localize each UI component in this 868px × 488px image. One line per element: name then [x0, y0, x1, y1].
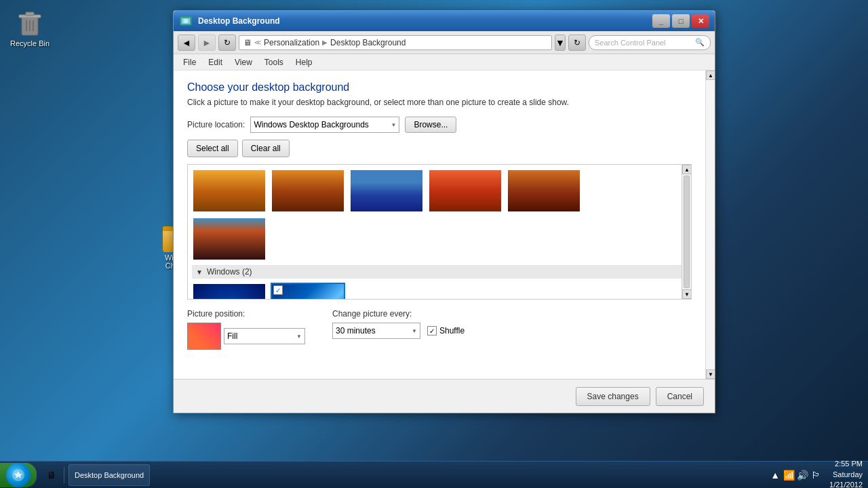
wallpaper-thumb-6[interactable] [192, 217, 267, 261]
options-row: Picture position: Fill ▼ Chang [187, 309, 692, 350]
location-dropdown[interactable]: Windows Desktop Backgrounds ▼ [250, 117, 399, 133]
save-changes-button[interactable]: Save changes [576, 387, 650, 406]
forward-button[interactable]: ► [198, 35, 216, 51]
wallpaper-thumb-1[interactable] [192, 169, 267, 213]
clock-time: 2:55 PM [829, 459, 863, 469]
position-dropdown-arrow: ▼ [296, 333, 302, 340]
taskbar-item-desktop-bg[interactable]: Desktop Background [68, 464, 150, 486]
position-section: Picture position: Fill ▼ [187, 309, 305, 350]
breadcrumb: 🖥 ≪ Personalization ▶ Desktop Background [243, 38, 406, 47]
selected-checkmark: ✓ [273, 285, 283, 295]
change-label: Change picture every: [332, 309, 465, 319]
interval-value: 30 minutes [336, 326, 376, 336]
wallpaper-thumb-win2[interactable]: ✓ [271, 283, 345, 300]
show-desktop-icon[interactable]: 🖥 [43, 467, 60, 483]
address-bar: ◄ ► ↻ 🖥 ≪ Personalization ▶ Desktop Back… [174, 31, 715, 54]
breadcrumb-desktop-background[interactable]: Desktop Background [330, 38, 406, 47]
wallpaper-thumb-3[interactable] [349, 169, 424, 213]
section-collapse-arrow[interactable]: ▼ [196, 268, 203, 276]
wallpaper-scrollbar: ▲ ▼ [682, 165, 691, 299]
wallpaper-thumb-4[interactable] [428, 169, 502, 213]
menu-file[interactable]: File [178, 56, 201, 68]
wallpaper-thumb-5[interactable] [507, 169, 581, 213]
interval-dropdown[interactable]: 30 minutes ▼ [332, 323, 420, 339]
scroll-up-arrow[interactable]: ▲ [682, 165, 692, 174]
address-refresh-button[interactable]: ↻ [568, 35, 586, 51]
search-placeholder: Search Control Panel [595, 39, 666, 47]
content-area: Choose your desktop background Click a p… [174, 70, 715, 379]
start-button[interactable] [0, 463, 37, 487]
search-icon: 🔍 [695, 38, 705, 47]
shuffle-option[interactable]: ✓ Shuffle [427, 326, 465, 336]
shuffle-checkbox[interactable]: ✓ [427, 326, 437, 336]
menu-tools[interactable]: Tools [259, 56, 289, 68]
location-row: Picture location: Windows Desktop Backgr… [187, 117, 692, 133]
menu-view[interactable]: View [229, 56, 258, 68]
tray-icons: ▲ 📶 🔊 🏳 [770, 470, 821, 481]
tray-volume-icon[interactable]: 🔊 [797, 470, 808, 481]
wallpaper-row-2 [192, 217, 687, 261]
right-scroll-down[interactable]: ▼ [706, 369, 715, 379]
change-row: 30 minutes ▼ ✓ Shuffle [332, 323, 465, 339]
tray-network-icon[interactable]: 📶 [783, 470, 794, 481]
refresh-button[interactable]: ↻ [218, 35, 236, 51]
windows-section-label: Windows (2) [207, 267, 252, 277]
right-scroll-up[interactable]: ▲ [706, 70, 715, 80]
window-controls: _ □ ✕ [652, 14, 709, 28]
change-section: Change picture every: 30 minutes ▼ ✓ Shu… [332, 309, 465, 339]
wallpaper-row-3: ✓ [192, 283, 687, 300]
scroll-down-arrow[interactable]: ▼ [682, 289, 692, 299]
position-preview-image [188, 323, 220, 349]
window-title: Desktop Background [198, 16, 652, 26]
back-button[interactable]: ◄ [178, 35, 195, 51]
scroll-thumb[interactable] [684, 176, 690, 288]
page-description: Click a picture to make it your desktop … [187, 98, 692, 107]
svg-rect-2 [26, 12, 34, 16]
wallpaper-thumb-win1[interactable] [192, 283, 267, 300]
desktop-background-window: Desktop Background _ □ ✕ ◄ ► ↻ 🖥 ≪ Perso… [173, 10, 715, 413]
search-box[interactable]: Search Control Panel 🔍 [589, 35, 711, 50]
wallpaper-image-5 [508, 170, 580, 211]
tray-up-arrow[interactable]: ▲ [770, 470, 781, 481]
close-button[interactable]: ✕ [692, 14, 709, 28]
desktop: Recycle Bin Wind...Char... Desktop Backg… [0, 0, 868, 488]
select-all-button[interactable]: Select all [187, 140, 238, 157]
taskbar-items: Desktop Background [67, 462, 764, 488]
cancel-button[interactable]: Cancel [656, 387, 704, 406]
wallpaper-image-6 [193, 218, 265, 260]
interval-dropdown-arrow: ▼ [412, 328, 417, 334]
address-path[interactable]: 🖥 ≪ Personalization ▶ Desktop Background [239, 35, 552, 50]
browse-button[interactable]: Browse... [405, 117, 456, 133]
location-label: Picture location: [187, 120, 245, 129]
wallpaper-image-3 [351, 170, 422, 211]
breadcrumb-personalization[interactable]: Personalization [264, 38, 319, 47]
clear-all-button[interactable]: Clear all [242, 140, 290, 157]
clock[interactable]: 2:55 PM Saturday1/21/2012 [829, 459, 863, 488]
wallpaper-scroll-area[interactable]: ▼ Windows (2) ✓ [187, 164, 692, 300]
tray-action-center-icon[interactable]: 🏳 [810, 470, 821, 481]
position-label: Picture position: [187, 309, 305, 319]
taskbar-item-label: Desktop Background [75, 471, 144, 479]
wallpaper-list: ▼ Windows (2) ✓ [188, 165, 691, 300]
minimize-button[interactable]: _ [652, 14, 670, 28]
start-orb [6, 463, 31, 487]
breadcrumb-icon: 🖥 [243, 38, 252, 47]
taskbar-tray: ▲ 📶 🔊 🏳 2:55 PM Saturday1/21/2012 [764, 459, 868, 488]
main-content: Choose your desktop background Click a p… [174, 70, 705, 379]
recycle-bin-label: Recycle Bin [10, 39, 50, 47]
location-dropdown-arrow: ▼ [391, 122, 396, 128]
maximize-button[interactable]: □ [672, 14, 690, 28]
action-buttons: Select all Clear all [187, 140, 692, 157]
menu-edit[interactable]: Edit [203, 56, 228, 68]
position-dropdown[interactable]: Fill ▼ [224, 328, 305, 344]
menu-help[interactable]: Help [290, 56, 318, 68]
svg-point-8 [184, 19, 188, 23]
recycle-bin-icon[interactable]: Recycle Bin [10, 7, 50, 47]
location-value: Windows Desktop Backgrounds [254, 120, 368, 129]
dropdown-arrow-button[interactable]: ▼ [555, 35, 566, 51]
wallpaper-thumb-2[interactable] [271, 169, 345, 213]
right-scroll-track[interactable] [706, 80, 715, 369]
position-value: Fill [227, 331, 237, 341]
position-preview [187, 323, 221, 350]
wallpaper-image-2 [272, 170, 344, 211]
